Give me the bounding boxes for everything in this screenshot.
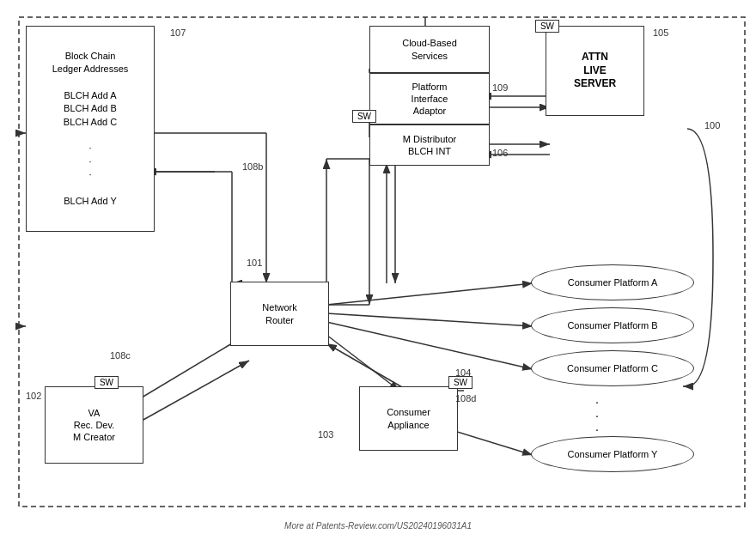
svg-line-25 [326,322,533,369]
ellipsis-dots: ··· [595,395,601,436]
consumer-platform-y: Consumer Platform Y [531,436,694,472]
label-105: 105 [653,27,668,38]
m-distributor-label: M DistributorBLCH INT [403,133,456,158]
sw-badge-attn: SW [535,20,559,33]
svg-line-29 [142,361,249,421]
blockchain-ledger-box: Block ChainLedger AddressesBLCH Add ABLC… [26,26,155,232]
platform-interface-box: PlatformInterfaceAdaptor [369,73,490,124]
label-103: 103 [318,429,333,440]
consumer-platform-b-label: Consumer Platform B [567,319,657,331]
label-107: 107 [170,27,186,38]
label-102: 102 [26,391,41,401]
cloud-services-label: Cloud-BasedServices [402,37,457,62]
label-100: 100 [704,120,720,130]
consumer-platform-a: Consumer Platform A [531,264,694,300]
va-rec-box: VARec. Dev.M Creator [45,386,143,464]
consumer-appliance-label: ConsumerAppliance [387,406,430,431]
label-101: 101 [247,258,262,268]
label-108b: 108b [242,161,263,172]
cloud-services-box: Cloud-BasedServices [369,26,490,73]
diagram: Block ChainLedger AddressesBLCH Add ABLC… [0,0,756,534]
consumer-platform-y-label: Consumer Platform Y [568,448,658,460]
platform-interface-label: PlatformInterfaceAdaptor [412,81,448,118]
network-router-box: NetworkRouter [230,282,329,346]
label-108d: 108d [455,393,476,404]
sw-badge-va: SW [94,376,119,389]
bottom-text: More at Patents-Review.com/US20240196031… [0,521,756,531]
svg-line-24 [326,313,533,326]
consumer-platform-b: Consumer Platform B [531,307,694,343]
consumer-platform-c: Consumer Platform C [531,350,694,386]
sw-badge-cloud: SW [352,110,376,123]
label-109: 109 [492,82,508,93]
attn-server-box: ATTNLIVESERVER [546,26,644,116]
label-104: 104 [455,367,471,378]
consumer-platform-a-label: Consumer Platform A [568,276,658,288]
network-router-label: NetworkRouter [262,301,296,326]
label-106: 106 [492,148,508,158]
svg-line-27 [326,343,408,391]
m-distributor-box: M DistributorBLCH INT [369,124,490,166]
consumer-platform-c-label: Consumer Platform C [567,362,658,374]
svg-line-28 [326,335,399,391]
label-108c: 108c [110,350,131,361]
va-rec-label: VARec. Dev.M Creator [73,407,115,444]
svg-line-23 [326,283,533,305]
consumer-appliance-box: ConsumerAppliance [359,386,458,451]
blockchain-label: Block ChainLedger AddressesBLCH Add ABLC… [52,50,129,209]
sw-badge-appliance: SW [448,376,472,389]
attn-server-label: ATTNLIVESERVER [574,51,616,91]
